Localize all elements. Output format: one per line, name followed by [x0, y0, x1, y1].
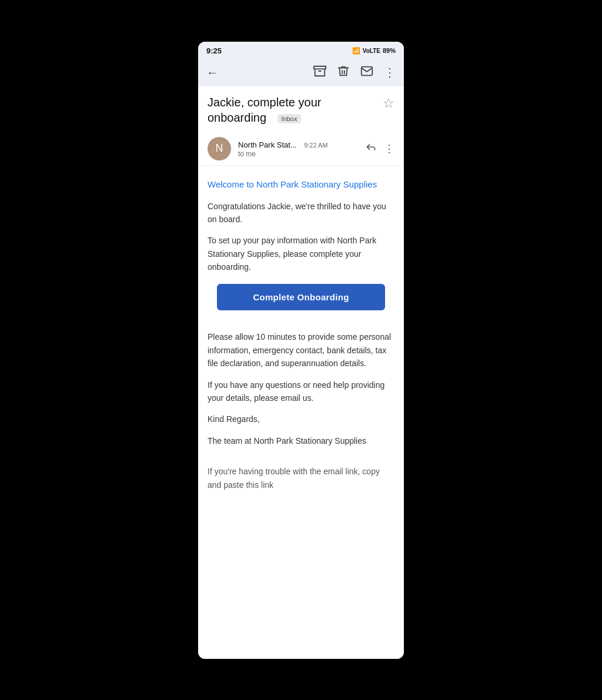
delete-button[interactable]	[337, 65, 350, 81]
toolbar-left: ←	[206, 66, 218, 79]
complete-onboarding-button[interactable]: Complete Onboarding	[217, 284, 385, 310]
welcome-title: Welcome to North Park Stationary Supplie…	[208, 177, 394, 192]
email-footer: Please allow 10 minutes to provide some …	[198, 330, 404, 465]
compose-button[interactable]	[360, 65, 373, 81]
status-time: 9:25	[206, 46, 222, 55]
archive-button[interactable]	[313, 65, 326, 81]
sender-avatar: N	[208, 137, 231, 160]
back-button[interactable]: ←	[206, 66, 218, 79]
email-signature: The team at North Park Stationary Suppli…	[208, 434, 394, 447]
svg-rect-0	[314, 66, 326, 69]
email-subject: Jackie, complete your onboarding Inbox	[208, 95, 383, 125]
status-bar: 9:25 📶 VoLTE 89%	[198, 42, 404, 59]
reply-button[interactable]	[365, 141, 377, 156]
star-button[interactable]: ☆	[383, 96, 394, 111]
sender-actions: ⋮	[365, 141, 394, 156]
status-icons: 📶 VoLTE 89%	[352, 47, 396, 55]
toolbar-right: ⋮	[313, 65, 396, 81]
signal-icon: VoLTE	[363, 48, 380, 54]
email-para-3: Please allow 10 minutes to provide some …	[208, 330, 394, 370]
email-truncated-text: If you're having trouble with the email …	[198, 465, 404, 501]
sender-time: 9:22 AM	[304, 142, 327, 149]
wifi-icon: 📶	[352, 47, 360, 55]
email-container: Jackie, complete your onboarding Inbox ☆…	[198, 86, 404, 659]
email-more-button[interactable]: ⋮	[384, 142, 394, 155]
email-toolbar: ←	[198, 59, 404, 86]
email-para-2: To set up your pay information with Nort…	[208, 234, 394, 273]
email-para-1: Congratulations Jackie, we're thrilled t…	[208, 200, 394, 226]
battery-icon: 89%	[383, 47, 396, 54]
email-header: Jackie, complete your onboarding Inbox ☆	[198, 86, 404, 131]
inbox-badge: Inbox	[277, 114, 302, 123]
sender-row: N North Park Stat... 9:22 AM to me ⋮	[198, 131, 404, 166]
sender-name: North Park Stat...	[238, 140, 297, 149]
sender-info: North Park Stat... 9:22 AM to me	[238, 139, 358, 158]
email-para-4: If you have any questions or need help p…	[208, 379, 394, 405]
email-body: Welcome to North Park Stationary Supplie…	[198, 166, 404, 331]
more-options-button[interactable]: ⋮	[384, 65, 396, 79]
sender-to: to me	[238, 150, 358, 158]
email-regards: Kind Regards,	[208, 413, 394, 426]
phone-frame: 9:25 📶 VoLTE 89% ←	[198, 42, 404, 659]
